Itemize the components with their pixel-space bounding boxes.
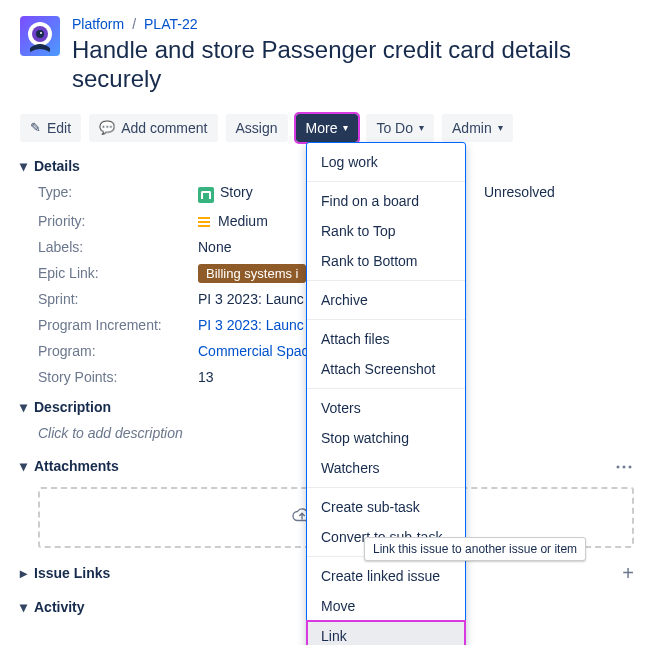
more-menu-item-rank-to-top[interactable]: Rank to Top — [307, 216, 465, 246]
more-menu-item-stop-watching[interactable]: Stop watching — [307, 423, 465, 453]
priority-medium-icon — [198, 221, 210, 223]
more-menu-item-find-on-a-board[interactable]: Find on a board — [307, 186, 465, 216]
more-menu-item-link[interactable]: Link — [307, 621, 465, 645]
details-title: Details — [34, 158, 80, 174]
more-menu-item-voters[interactable]: Voters — [307, 393, 465, 423]
more-label: More — [306, 120, 338, 136]
dropdown-separator — [307, 181, 465, 182]
more-menu-item-archive[interactable]: Archive — [307, 285, 465, 315]
edit-label: Edit — [47, 120, 71, 136]
chevron-down-icon: ▾ — [343, 122, 348, 133]
more-menu-item-move[interactable]: Move — [307, 591, 465, 621]
chevron-down-icon: ▾ — [20, 458, 28, 474]
breadcrumb-issue[interactable]: PLAT-22 — [144, 16, 197, 32]
dropdown-separator — [307, 487, 465, 488]
program-increment-label: Program Increment: — [38, 317, 198, 333]
attachments-title: Attachments — [34, 458, 119, 474]
admin-label: Admin — [452, 120, 492, 136]
admin-button[interactable]: Admin ▾ — [442, 114, 513, 142]
program-label: Program: — [38, 343, 198, 359]
pencil-icon: ✎ — [30, 120, 41, 135]
breadcrumb-project[interactable]: Platform — [72, 16, 124, 32]
project-avatar — [20, 16, 60, 56]
status-label: To Do — [376, 120, 413, 136]
toolbar: ✎ Edit 💬 Add comment Assign More ▾ To Do… — [20, 114, 634, 142]
add-comment-label: Add comment — [121, 120, 207, 136]
story-icon — [198, 187, 214, 203]
more-button[interactable]: More ▾ — [296, 114, 359, 142]
activity-title: Activity — [34, 599, 85, 615]
story-points-label: Story Points: — [38, 369, 198, 385]
chevron-down-icon: ▾ — [20, 158, 28, 174]
add-link-icon[interactable]: + — [622, 562, 634, 585]
attachments-more-icon[interactable]: ⋯ — [615, 455, 634, 477]
add-comment-button[interactable]: 💬 Add comment — [89, 114, 217, 142]
svg-point-3 — [40, 32, 42, 34]
priority-label: Priority: — [38, 213, 198, 229]
more-menu-item-attach-screenshot[interactable]: Attach Screenshot — [307, 354, 465, 384]
edit-button[interactable]: ✎ Edit — [20, 114, 81, 142]
labels-label: Labels: — [38, 239, 198, 255]
chevron-down-icon: ▾ — [419, 122, 424, 133]
more-menu-item-watchers[interactable]: Watchers — [307, 453, 465, 483]
issue-title: Handle and store Passenger credit card d… — [72, 36, 634, 94]
epic-link-label: Epic Link: — [38, 265, 198, 281]
link-tooltip: Link this issue to another issue or item — [364, 537, 586, 561]
chevron-down-icon: ▾ — [498, 122, 503, 133]
dropdown-separator — [307, 280, 465, 281]
type-label: Type: — [38, 184, 198, 203]
more-menu-item-create-sub-task[interactable]: Create sub-task — [307, 492, 465, 522]
issue-links-title: Issue Links — [34, 565, 110, 581]
comment-icon: 💬 — [99, 120, 115, 135]
chevron-right-icon: ▸ — [20, 565, 28, 581]
resolution-value: Unresolved — [484, 184, 634, 203]
more-menu-item-rank-to-bottom[interactable]: Rank to Bottom — [307, 246, 465, 276]
chevron-down-icon: ▾ — [20, 399, 28, 415]
more-menu-item-attach-files[interactable]: Attach files — [307, 324, 465, 354]
description-title: Description — [34, 399, 111, 415]
more-menu-item-create-linked-issue[interactable]: Create linked issue — [307, 561, 465, 591]
status-button[interactable]: To Do ▾ — [366, 114, 434, 142]
assign-button[interactable]: Assign — [226, 114, 288, 142]
dropdown-separator — [307, 319, 465, 320]
svg-point-2 — [36, 30, 44, 38]
chevron-down-icon: ▾ — [20, 599, 28, 615]
more-dropdown: Log workFind on a boardRank to TopRank t… — [306, 142, 466, 645]
breadcrumb: Platform / PLAT-22 — [72, 16, 634, 32]
sprint-label: Sprint: — [38, 291, 198, 307]
dropdown-separator — [307, 388, 465, 389]
breadcrumb-separator: / — [132, 16, 136, 32]
assign-label: Assign — [236, 120, 278, 136]
more-menu-item-log-work[interactable]: Log work — [307, 147, 465, 177]
